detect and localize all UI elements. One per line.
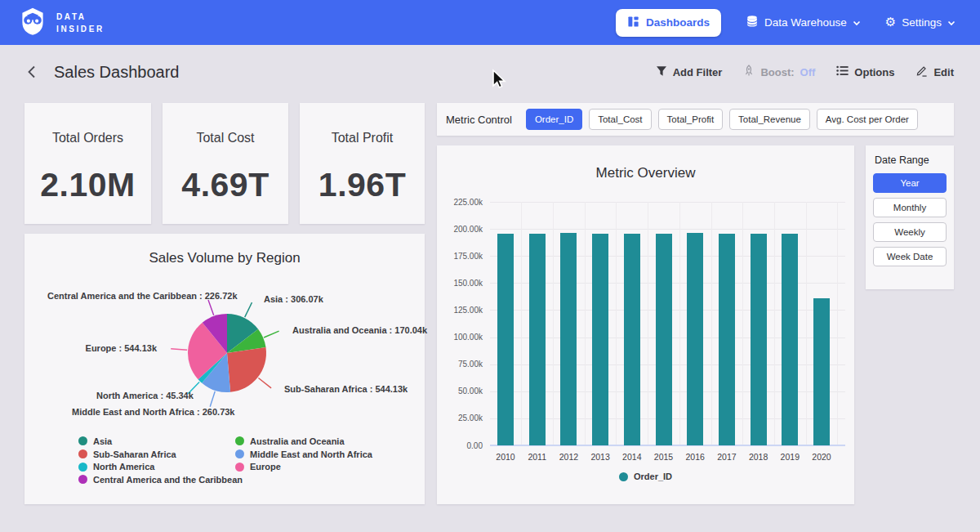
legend-dot (235, 449, 244, 458)
settings-menu[interactable]: ⚙ Settings (885, 16, 956, 29)
add-filter-button[interactable]: Add Filter (656, 65, 723, 79)
bar-2016[interactable] (687, 233, 703, 445)
settings-label: Settings (902, 16, 942, 29)
legend-dot (78, 436, 87, 445)
y-axis-tick: 225.00k (440, 198, 483, 207)
data-warehouse-label: Data Warehouse (764, 16, 847, 29)
list-icon (836, 65, 849, 78)
bar-2010[interactable] (497, 234, 514, 445)
legend-dot (235, 436, 244, 445)
gridline (490, 229, 845, 230)
legend-label: Middle East and North Africa (250, 449, 372, 459)
gridline (553, 202, 554, 445)
x-axis-tick: 2018 (742, 452, 776, 462)
legend-item-north-america[interactable]: North America (78, 460, 243, 473)
legend-label: Order_ID (634, 472, 672, 481)
legend-label: Europe (250, 462, 281, 472)
options-button[interactable]: Options (836, 65, 894, 78)
legend-label: Australia and Oceania (250, 436, 345, 446)
y-axis-tick: 200.00k (440, 225, 483, 234)
pie-slice-sub-saharan-africa[interactable] (227, 347, 266, 392)
data-warehouse-menu[interactable]: Data Warehouse (746, 15, 861, 30)
add-filter-label: Add Filter (673, 66, 723, 78)
y-axis-tick: 25.00k (440, 414, 483, 422)
bar-2013[interactable] (592, 234, 608, 445)
legend-item-middle-east-and-north-africa[interactable]: Middle East and North Africa (235, 448, 372, 461)
y-axis-tick: 75.00k (440, 360, 483, 369)
top-navbar: DATA INSIDER Dashboards (0, 0, 980, 45)
bar-chart-title: Metric Overview (437, 145, 854, 181)
pie-leader-line (171, 349, 187, 351)
date-range-button-weekly[interactable]: Weekly (873, 222, 947, 242)
kpi-label: Total Orders (52, 131, 123, 145)
dashboard-grid-icon (627, 16, 639, 30)
bar-2015[interactable] (656, 234, 672, 445)
date-range-button-monthly[interactable]: Monthly (873, 198, 947, 217)
legend-label: Asia (93, 436, 112, 446)
bar-chart-panel: Metric Overview 225.00k200.00k175.00k150… (437, 145, 854, 504)
y-axis-tick: 0.00 (440, 441, 483, 450)
pie-leader-line (245, 302, 252, 317)
metric-control-bar: Metric Control Order_IDTotal_CostTotal_P… (437, 103, 954, 136)
x-axis-tick: 2012 (551, 452, 586, 462)
dashboard-header: Sales Dashboard Add Filter Boost: Off (0, 45, 980, 99)
brand-logo[interactable]: DATA INSIDER (18, 6, 105, 40)
pie-callout-asia: Asia : 306.07k (264, 294, 323, 305)
gear-icon: ⚙ (885, 16, 896, 29)
metric-button-total-profit[interactable]: Total_Profit (658, 109, 724, 130)
kpi-label: Total Profit (332, 131, 394, 145)
pie-callout-australia-and-oceania: Australia and Oceania : 170.04k (292, 325, 427, 336)
boost-toggle[interactable]: Boost: Off (743, 65, 815, 79)
options-label: Options (854, 66, 894, 78)
kpi-value: 4.69T (181, 166, 269, 204)
legend-dot (235, 463, 244, 472)
owl-logo-icon (18, 6, 47, 40)
bar-2017[interactable] (719, 234, 735, 445)
x-axis-tick: 2016 (678, 452, 712, 462)
x-axis-tick: 2020 (804, 452, 839, 462)
page-title: Sales Dashboard (54, 63, 179, 82)
bar-2014[interactable] (624, 234, 640, 445)
boost-value: Off (800, 66, 816, 78)
pie-leader-line (210, 391, 215, 407)
metric-button-order-id[interactable]: Order_ID (526, 109, 582, 130)
dashboards-button[interactable]: Dashboards (616, 9, 721, 37)
bar-2011[interactable] (529, 234, 546, 445)
legend-item-europe[interactable]: Europe (235, 460, 372, 473)
x-axis-tick: 2017 (710, 452, 744, 462)
pie-callout-middle-east-and-north-africa: Middle East and North Africa : 260.73k (72, 407, 234, 418)
gridline (521, 202, 522, 445)
y-axis-tick: 175.00k (440, 252, 483, 261)
bar-2019[interactable] (782, 234, 798, 445)
dashboards-label: Dashboards (646, 16, 710, 29)
bar-chart-legend[interactable]: Order_ID (437, 472, 854, 481)
filter-funnel-icon (656, 65, 667, 79)
x-axis-tick: 2011 (520, 452, 555, 462)
bar-2020[interactable] (813, 298, 830, 445)
metric-button-avg-cost-per-order[interactable]: Avg. Cost per Order (817, 109, 918, 130)
bar-2012[interactable] (560, 233, 577, 445)
date-range-label: Date Range (875, 154, 947, 166)
metric-button-total-cost[interactable]: Total_Cost (589, 109, 651, 130)
date-range-button-year[interactable]: Year (873, 173, 947, 193)
legend-item-asia[interactable]: Asia (78, 435, 243, 448)
edit-button[interactable]: Edit (915, 65, 954, 79)
legend-item-australia-and-oceania[interactable]: Australia and Oceania (235, 435, 372, 448)
legend-label: Central America and the Caribbean (93, 475, 243, 485)
date-range-button-week-date[interactable]: Week Date (873, 247, 947, 266)
metric-button-total-revenue[interactable]: Total_Revenue (729, 109, 810, 130)
gridline (837, 202, 838, 445)
bar-2018[interactable] (751, 234, 767, 445)
legend-item-sub-saharan-africa[interactable]: Sub-Saharan Africa (78, 448, 243, 461)
pie-leader-line (208, 300, 214, 315)
back-button[interactable] (26, 65, 38, 79)
x-axis-tick: 2015 (647, 452, 681, 462)
legend-item-central-america-and-the-caribbean[interactable]: Central America and the Caribbean (78, 473, 243, 486)
pencil-icon (915, 65, 928, 79)
pie-callout-sub-saharan-africa: Sub-Saharan Africa : 544.13k (284, 384, 408, 395)
y-axis-tick: 125.00k (440, 306, 483, 315)
kpi-card-total-cost: Total Cost 4.69T (163, 103, 288, 224)
gridline (742, 202, 743, 445)
edit-label: Edit (933, 66, 954, 78)
date-range-panel: Date Range YearMonthlyWeeklyWeek Date (866, 145, 954, 289)
